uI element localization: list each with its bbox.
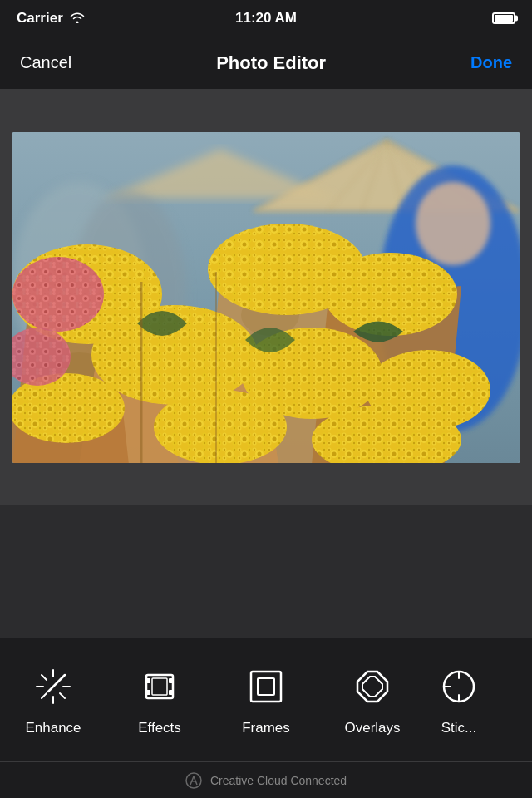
svg-rect-58 (169, 690, 173, 695)
svg-point-41 (154, 390, 287, 463)
svg-line-53 (48, 675, 65, 692)
tool-stickers[interactable]: Stic... (426, 638, 492, 761)
svg-point-43 (12, 257, 104, 332)
svg-rect-59 (152, 678, 167, 695)
frames-icon-svg (246, 667, 286, 707)
toolbar: Enhance Effects (0, 638, 532, 761)
enhance-icon-svg (33, 667, 73, 707)
status-right (492, 12, 515, 24)
nav-bar: Cancel Photo Editor Done (0, 37, 532, 90)
svg-line-49 (42, 675, 47, 680)
battery-icon (492, 12, 515, 24)
stickers-icon-svg (439, 667, 479, 707)
overlays-icon-svg (352, 667, 392, 707)
svg-line-52 (42, 693, 47, 698)
photo-svg (12, 132, 520, 463)
enhance-icon (30, 663, 76, 710)
svg-point-36 (324, 253, 457, 336)
svg-line-50 (60, 693, 65, 698)
effects-label: Effects (138, 720, 181, 736)
overlays-label: Overlays (344, 720, 400, 736)
tool-enhance[interactable]: Enhance (0, 638, 106, 761)
footer: Creative Cloud Connected (0, 761, 532, 798)
effects-icon-svg (140, 667, 180, 707)
effects-icon (136, 663, 183, 710)
cancel-button[interactable]: Cancel (20, 53, 71, 72)
adobe-logo-icon (185, 772, 202, 789)
tool-effects[interactable]: Effects (106, 638, 213, 761)
svg-rect-60 (251, 672, 281, 702)
wifi-icon (70, 12, 85, 26)
svg-rect-56 (146, 690, 150, 695)
page-title: Photo Editor (216, 52, 326, 74)
svg-point-68 (186, 773, 201, 788)
tool-frames[interactable]: Frames (213, 638, 319, 761)
svg-marker-63 (362, 677, 382, 697)
photo-canvas (12, 132, 520, 463)
enhance-label: Enhance (25, 720, 81, 736)
status-bar: Carrier 11:20 AM (0, 0, 532, 37)
svg-rect-57 (169, 678, 173, 683)
overlays-icon (349, 663, 396, 710)
status-left: Carrier (17, 10, 85, 27)
photo-area (0, 90, 532, 505)
stickers-icon (436, 663, 482, 710)
done-button[interactable]: Done (470, 53, 512, 72)
svg-rect-55 (146, 678, 150, 683)
footer-text: Creative Cloud Connected (210, 774, 347, 787)
tool-overlays[interactable]: Overlays (319, 638, 426, 761)
status-time: 11:20 AM (235, 10, 297, 27)
carrier-label: Carrier (17, 10, 63, 27)
svg-point-29 (416, 182, 490, 265)
stickers-label: Stic... (441, 720, 477, 736)
frames-label: Frames (242, 720, 290, 736)
svg-rect-61 (258, 678, 274, 695)
frames-icon (243, 663, 289, 710)
